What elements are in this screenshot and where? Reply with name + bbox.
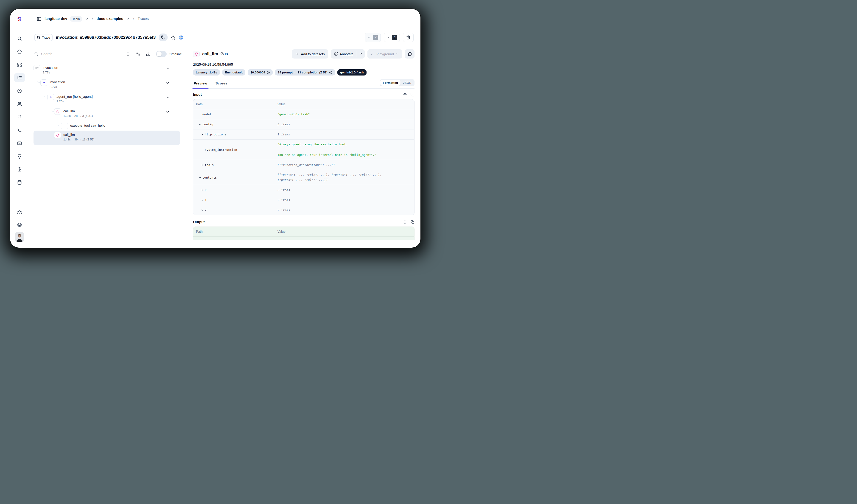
tree-settings-button[interactable]: [136, 52, 140, 56]
sidebar-item-prompts[interactable]: [14, 113, 25, 122]
table-row[interactable]: 0 2 items: [193, 185, 414, 195]
comment-bubble-icon: [408, 52, 412, 56]
fold-vertical-icon: [126, 52, 130, 56]
sidebar-item-users[interactable]: [14, 99, 25, 108]
observation-name: call_llm: [63, 109, 93, 113]
timeline-toggle[interactable]: [156, 51, 167, 57]
chevron-down-icon[interactable]: [166, 67, 170, 70]
expand-chevron-icon[interactable]: [198, 176, 202, 179]
expand-chevron-icon[interactable]: [201, 164, 204, 167]
observation-name: execute_tool say_hello: [70, 123, 105, 128]
copy-input-button[interactable]: [410, 93, 415, 97]
annotate-dropdown-button[interactable]: [357, 49, 365, 58]
tab-scores[interactable]: Scores: [215, 81, 228, 88]
path-cell: model: [196, 113, 278, 116]
value-line: 3 items: [278, 122, 411, 127]
badge-row: Latency: 1.43s Env: default $0.000009 39…: [193, 69, 415, 75]
table-row[interactable]: 1 2 items: [193, 195, 414, 205]
copy-id-button[interactable]: ID: [221, 52, 228, 56]
tree-row[interactable]: execute_tool say_hello: [34, 121, 182, 131]
sidebar-item-avatar[interactable]: [15, 232, 24, 242]
table-row[interactable]: model "gemini-2.0-flash": [193, 109, 414, 119]
table-row[interactable]: tools [{"function_declarations": ...}]: [193, 160, 414, 170]
format-option-json[interactable]: JSON: [401, 80, 414, 86]
table-row[interactable]: config 3 items: [193, 119, 414, 129]
download-button[interactable]: [146, 52, 150, 56]
tree-row[interactable]: call_llm 1.43s 39 → 13 (Σ 52): [34, 131, 180, 145]
sidebar-toggle-button[interactable]: [37, 17, 41, 21]
sidebar-item-tracing[interactable]: [14, 73, 25, 82]
tree-row[interactable]: call_llm 1.32s 28 → 3 (Σ 31): [34, 107, 182, 121]
sidebar-rail: [10, 29, 29, 248]
observation-meta: 2.76s: [56, 100, 93, 103]
chevron-down-icon[interactable]: [85, 17, 88, 21]
chevron-down-icon[interactable]: [166, 96, 170, 99]
expand-chevron-icon[interactable]: [201, 133, 204, 136]
next-trace-button[interactable]: J: [384, 33, 400, 42]
table-row[interactable]: 2 2 items: [193, 205, 414, 215]
langfuse-logo-icon: [17, 17, 22, 21]
breadcrumb-section[interactable]: docs-examples: [97, 17, 123, 21]
output-section-header: Output: [193, 220, 415, 224]
trace-tree: invocation 2.77s invocation 2.77s agent_…: [29, 64, 187, 145]
chevron-down-icon[interactable]: [166, 110, 170, 114]
sidebar-item-dashboard[interactable]: [14, 60, 25, 69]
expand-chevron-icon[interactable]: [201, 188, 204, 192]
sidebar-item-sessions[interactable]: [14, 86, 25, 96]
chevron-down-icon[interactable]: [166, 81, 170, 85]
tree-tools: Timeline: [126, 51, 182, 57]
prev-trace-button[interactable]: K: [365, 33, 381, 42]
tree-row[interactable]: invocation 2.77s: [34, 64, 182, 78]
sidebar-item-settings[interactable]: [14, 208, 25, 217]
table-row[interactable]: http_options 1 items: [193, 129, 414, 139]
format-option-formatted[interactable]: Formatted: [380, 80, 401, 86]
info-icon[interactable]: [329, 71, 332, 74]
add-to-datasets-button[interactable]: Add to datasets: [292, 49, 328, 58]
search-input[interactable]: [41, 52, 69, 56]
chevron-down-icon: [386, 36, 390, 39]
tracing-icon: [17, 75, 22, 80]
expand-input-button[interactable]: [403, 93, 407, 97]
bookmark-button[interactable]: [171, 35, 175, 40]
annotate-button[interactable]: Annotate: [331, 49, 357, 58]
table-row[interactable]: contents [{"parts": ..., "role": ...}, {…: [193, 170, 414, 185]
tab-preview[interactable]: Preview: [193, 81, 208, 88]
expand-output-button[interactable]: [403, 220, 407, 224]
expand-chevron-icon[interactable]: [201, 199, 204, 202]
expand-chevron-icon[interactable]: [198, 123, 202, 126]
breadcrumb-divider: /: [91, 16, 94, 21]
sidebar-item-playground[interactable]: [14, 125, 25, 135]
tree-row[interactable]: invocation 2.77s: [34, 78, 182, 93]
home-icon: [17, 49, 22, 54]
tree-row[interactable]: agent_run [hello_agent] 2.76s: [34, 93, 182, 107]
tags-button[interactable]: [159, 34, 168, 41]
playground-button[interactable]: Playground: [367, 49, 402, 58]
sidebar-item-home[interactable]: [14, 47, 25, 56]
copy-output-button[interactable]: [410, 220, 415, 224]
detail-scroll-area[interactable]: call_llm ID Add to datasets: [187, 46, 420, 240]
trace-tree-panel: Timeline invocation 2.77s invocation: [29, 46, 187, 248]
value-line: "gemini-2.0-flash": [278, 112, 411, 116]
sidebar-item-annotation[interactable]: [14, 165, 25, 174]
observation-timestamp: 2025-08-19 10:59:54.865: [193, 63, 415, 67]
sidebar-item-scores[interactable]: [14, 139, 25, 148]
table-row[interactable]: content 2 items: [193, 236, 414, 240]
sidebar-item-evaluation[interactable]: [14, 152, 25, 161]
value-cell: [{"function_declarations": ...}]: [278, 163, 411, 167]
trace-nav-actions: K J: [365, 33, 414, 42]
comments-button[interactable]: [405, 49, 415, 58]
sidebar-item-search[interactable]: [14, 34, 25, 43]
expand-chevron-icon[interactable]: [201, 208, 204, 212]
observation-tokens: 39 → 13 (Σ 52): [74, 138, 95, 141]
chevron-down-icon[interactable]: [126, 17, 130, 21]
path-cell: config: [196, 122, 278, 126]
table-row[interactable]: system_instruction "Always greet using t…: [193, 139, 414, 160]
info-icon[interactable]: [267, 71, 270, 74]
public-link-button[interactable]: [179, 35, 184, 40]
sidebar-item-datasets[interactable]: [14, 178, 25, 187]
delete-trace-button[interactable]: [403, 33, 414, 42]
breadcrumb-project[interactable]: langfuse-dev: [45, 17, 67, 21]
panel-left-icon: [37, 17, 41, 21]
sidebar-item-support[interactable]: [14, 220, 25, 229]
collapse-all-button[interactable]: [126, 52, 130, 56]
